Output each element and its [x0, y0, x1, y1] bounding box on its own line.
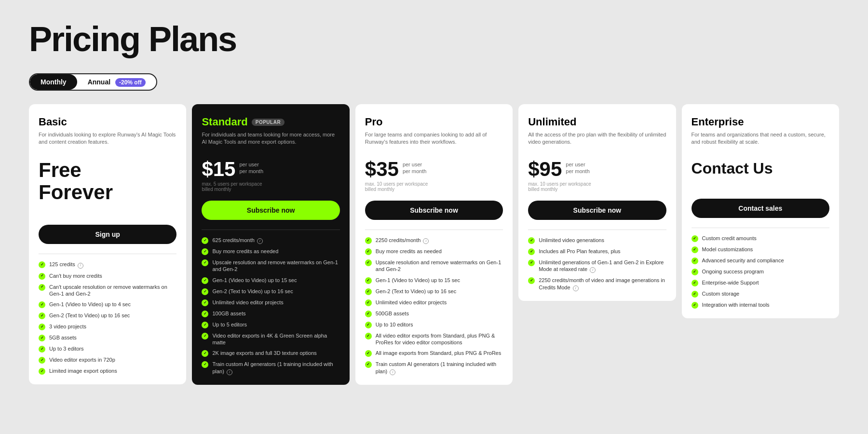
feature-item: Limited image export options: [39, 367, 176, 375]
plan-divider-unlimited: [528, 230, 666, 230]
feature-check-icon: [365, 248, 372, 255]
plan-price-pro: $35 per userper month: [365, 159, 503, 179]
plan-cta-pro[interactable]: Subscribe now: [365, 201, 503, 220]
plan-desc-basic: For individuals looking to explore Runwa…: [39, 131, 176, 151]
feature-check-icon: [202, 311, 208, 317]
feature-item: Up to 10 editors: [365, 321, 503, 328]
feature-item: Can't upscale resolution or remove water…: [39, 284, 176, 298]
feature-check-icon: [39, 312, 45, 319]
popular-badge: Popular: [252, 119, 285, 126]
feature-check-icon: [365, 299, 372, 306]
feature-item: Buy more credits as needed: [202, 248, 339, 255]
feature-check-icon: [39, 335, 45, 341]
feature-check-icon: [39, 284, 45, 291]
plan-name-standard: StandardPopular: [202, 116, 339, 128]
feature-item: All video editor exports from Standard, …: [365, 332, 503, 346]
feature-check-icon: [528, 237, 535, 244]
feature-item: 100GB assets: [202, 310, 339, 317]
feature-item: 2250 credits/month of video and image ge…: [528, 277, 666, 291]
feature-item: Ongoing success program: [692, 268, 829, 275]
plan-name-enterprise: Enterprise: [692, 116, 829, 128]
feature-check-icon: [39, 324, 45, 330]
info-icon[interactable]: i: [257, 238, 263, 244]
billing-toggle[interactable]: Monthly Annual -20% off: [29, 73, 157, 91]
feature-check-icon: [202, 259, 208, 266]
feature-item: Model customizations: [692, 246, 829, 253]
plan-card-basic: BasicFor individuals looking to explore …: [29, 104, 186, 384]
info-icon[interactable]: i: [423, 238, 429, 244]
feature-item: Video editor exports in 720p: [39, 356, 176, 364]
info-icon[interactable]: i: [78, 263, 83, 269]
feature-item: 2K image exports and full 3D texture opt…: [202, 350, 339, 357]
feature-item: 2250 credits/month i: [365, 237, 503, 244]
feature-check-icon: [202, 248, 208, 255]
feature-item: 125 credits i: [39, 261, 176, 268]
feature-list-unlimited: Unlimited video generations Includes all…: [528, 237, 666, 291]
plan-card-unlimited: UnlimitedAll the access of the pro plan …: [518, 104, 676, 301]
feature-item: Gen-1 (Video to Video) up to 4 sec: [39, 301, 176, 308]
feature-item: Gen-2 (Text to Video) up to 16 sec: [39, 312, 176, 319]
page-title: Pricing Plans: [29, 19, 839, 59]
plan-name-unlimited: Unlimited: [528, 116, 666, 128]
feature-item: Train custom AI generators (1 training i…: [365, 361, 503, 375]
feature-item: Enterprise-wide Support: [692, 279, 829, 286]
monthly-tab[interactable]: Monthly: [30, 74, 77, 90]
feature-check-icon: [692, 280, 698, 286]
plan-divider-enterprise: [692, 228, 829, 228]
plan-desc-pro: For large teams and companies looking to…: [365, 131, 503, 151]
plan-desc-standard: For individuals and teams looking for mo…: [202, 131, 339, 151]
feature-check-icon: [365, 333, 372, 339]
feature-check-icon: [39, 357, 45, 364]
feature-check-icon: [528, 277, 535, 284]
feature-item: Upscale resolution and remove watermarks…: [202, 259, 339, 273]
plan-name-basic: Basic: [39, 116, 176, 128]
info-icon[interactable]: i: [590, 267, 596, 273]
feature-check-icon: [365, 288, 372, 295]
feature-item: Unlimited video editor projects: [202, 299, 339, 306]
plan-card-pro: ProFor large teams and companies looking…: [355, 104, 513, 385]
feature-item: Unlimited video editor projects: [365, 299, 503, 306]
feature-check-icon: [692, 235, 698, 242]
info-icon[interactable]: i: [573, 285, 579, 291]
feature-item: Train custom AI generators (1 training i…: [202, 361, 339, 375]
feature-check-icon: [202, 361, 208, 368]
feature-item: 5GB assets: [39, 334, 176, 341]
feature-item: Custom storage: [692, 290, 829, 298]
plan-billing-note-unlimited: max. 10 users per workspacebilled monthl…: [528, 181, 666, 193]
plan-card-enterprise: EnterpriseFor teams and organizations th…: [682, 104, 839, 318]
feature-check-icon: [692, 291, 698, 298]
feature-check-icon: [202, 350, 208, 357]
plan-name-pro: Pro: [365, 116, 503, 128]
feature-check-icon: [365, 311, 372, 317]
feature-item: Integration with internal tools: [692, 301, 829, 309]
plan-desc-enterprise: For teams and organizations that need a …: [692, 131, 829, 151]
feature-check-icon: [39, 368, 45, 375]
feature-item: Unlimited video generations: [528, 237, 666, 244]
info-icon[interactable]: i: [390, 369, 395, 375]
plan-price-enterprise: Contact Us: [692, 159, 829, 177]
plan-divider-pro: [365, 230, 503, 230]
feature-check-icon: [202, 288, 208, 295]
feature-item: 500GB assets: [365, 310, 503, 317]
feature-check-icon: [528, 259, 535, 266]
plan-cta-unlimited[interactable]: Subscribe now: [528, 201, 666, 220]
feature-list-pro: 2250 credits/month i Buy more credits as…: [365, 237, 503, 375]
feature-check-icon: [365, 322, 372, 328]
feature-check-icon: [692, 246, 698, 253]
feature-item: Buy more credits as needed: [365, 248, 503, 255]
feature-check-icon: [692, 302, 698, 309]
plan-cta-enterprise[interactable]: Contact sales: [692, 199, 829, 218]
plan-divider-standard: [202, 230, 339, 230]
feature-check-icon: [365, 361, 372, 368]
info-icon[interactable]: i: [227, 369, 232, 375]
feature-item: Gen-1 (Video to Video) up to 15 sec: [202, 277, 339, 284]
feature-item: Gen-2 (Text to Video) up to 16 sec: [202, 288, 339, 295]
annual-tab[interactable]: Annual -20% off: [77, 74, 156, 90]
feature-item: Unlimited generations of Gen-1 and Gen-2…: [528, 259, 666, 273]
feature-item: Up to 3 editors: [39, 345, 176, 353]
feature-check-icon: [692, 258, 698, 264]
plans-grid: BasicFor individuals looking to explore …: [29, 104, 839, 385]
plan-cta-standard[interactable]: Subscribe now: [202, 201, 339, 220]
feature-list-basic: 125 credits i Can't buy more credits Can…: [39, 261, 176, 375]
plan-cta-basic[interactable]: Sign up: [39, 225, 176, 244]
